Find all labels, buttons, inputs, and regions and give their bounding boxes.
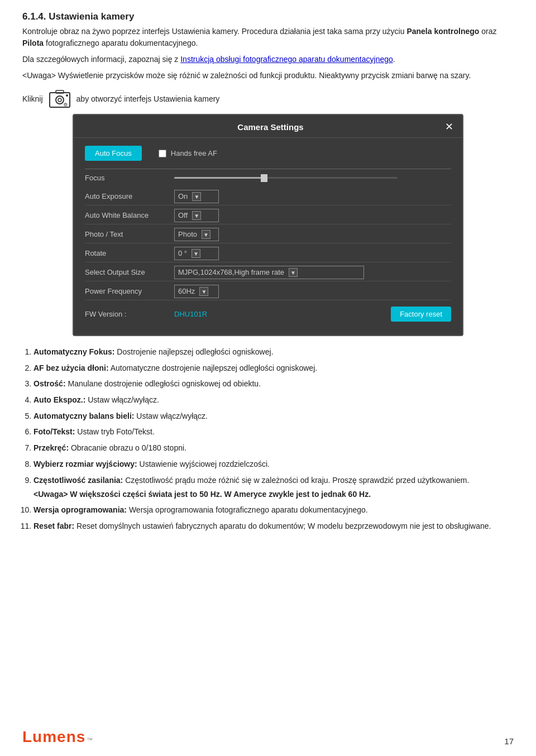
dialog-title: Camera Settings [96, 122, 445, 132]
list-item-3-text: Manulane dostrojenie odległości ogniskow… [66, 379, 261, 388]
list-item-5-bold: Automatyczny balans bieli: [34, 412, 134, 420]
note-paragraph: <Uwaga> Wyświetlenie przycisków może się… [22, 70, 514, 82]
label-auto-white-balance: Auto White Balance [85, 208, 174, 223]
list-item-6-bold: Foto/Tekst: [34, 427, 75, 436]
page-footer: Lumens™ 17 [0, 728, 536, 746]
dropdown-rotate[interactable]: 0 ° ▼ [174, 247, 219, 260]
dialog-close-button[interactable]: ✕ [445, 121, 453, 133]
camera-settings-icon [49, 89, 71, 108]
svg-point-4 [66, 94, 68, 97]
list-item-6-text: Ustaw tryb Foto/Tekst. [75, 427, 154, 436]
list-item-9-subnote: <Uwaga> W większości części świata jest … [34, 489, 514, 500]
svg-rect-9 [66, 104, 67, 105]
list-item-5-text: Ustaw włącz/wyłącz. [134, 412, 207, 420]
handsfree-checkbox[interactable] [159, 150, 166, 157]
list-item-8-bold: Wybierz rozmiar wyjściowy: [34, 460, 137, 468]
focus-slider-container [174, 177, 451, 179]
dialog-titlebar: Camera Settings ✕ [74, 115, 462, 138]
list-item-2-bold: AF bez użycia dłoni: [34, 363, 109, 372]
label-output-size: Select Output Size [85, 265, 174, 280]
list-item-9-bold: Częstotliwość zasilania: [34, 476, 123, 485]
lumens-logo-tm: ™ [87, 736, 93, 743]
list-item-11-text: Reset domyślnych ustawień fabrycznych ap… [74, 521, 491, 530]
page-content: 6.1.4. Ustawienia kamery Kontroluje obra… [0, 0, 536, 570]
svg-point-1 [56, 96, 64, 104]
settings-row-output-size: Select Output Size MJPG,1024x768,High fr… [85, 264, 451, 281]
list-item-7: Przekręć: Obracanie obrazu o 0/180 stopn… [34, 442, 514, 454]
dropdown-auto-white-balance[interactable]: Off ▼ [174, 209, 219, 222]
value-power-freq: 60Hz ▼ [174, 285, 451, 298]
dropdown-photo-text-value: Photo [178, 230, 197, 238]
fw-version-label: FW Version : [85, 310, 174, 318]
list-item-9-subnote-bold: <Uwaga> W większości części świata jest … [34, 490, 371, 499]
settings-rows: Auto Exposure On ▼ Auto White Balance Of… [85, 188, 451, 300]
intro-bold-2: Pilota [22, 39, 44, 47]
list-item-4-text: Ustaw włącz/wyłącz. [85, 395, 159, 404]
dropdown-photo-text[interactable]: Photo ▼ [174, 228, 219, 241]
list-item-3-bold: Ostrość: [34, 379, 66, 388]
label-rotate: Rotate [85, 246, 174, 261]
value-photo-text: Photo ▼ [174, 228, 451, 241]
settings-row-power-freq: Power Frequency 60Hz ▼ [85, 283, 451, 300]
page-number: 17 [504, 736, 514, 746]
focus-slider[interactable] [174, 177, 398, 179]
kliknij-text-after: aby otworzyć interfejs Ustawienia kamery [76, 94, 220, 103]
dropdown-rotate-arrow: ▼ [192, 249, 200, 258]
separator [85, 169, 451, 169]
list-item-8: Wybierz rozmiar wyjściowy: Ustawienie wy… [34, 458, 514, 471]
list-item-9-text: Częstotliwość prądu może różnić się w za… [123, 476, 469, 485]
svg-point-2 [58, 98, 61, 102]
svg-rect-6 [65, 103, 65, 103]
intro-text-3: fotograficznego aparatu dokumentacyjnego… [44, 39, 198, 47]
intro-text-2: oraz [479, 27, 496, 36]
label-auto-exposure: Auto Exposure [85, 189, 174, 204]
dropdown-power-freq-arrow: ▼ [199, 287, 208, 296]
detail-after: . [393, 55, 395, 64]
svg-rect-7 [65, 106, 65, 107]
label-photo-text: Photo / Text [85, 227, 174, 242]
settings-row-auto-exposure: Auto Exposure On ▼ [85, 188, 451, 205]
dropdown-output-size-value: MJPG,1024x768,High frame rate [178, 268, 284, 276]
list-item-11-bold: Reset fabr: [34, 521, 74, 530]
value-rotate: 0 ° ▼ [174, 247, 451, 260]
svg-rect-3 [56, 90, 64, 93]
lumens-logo-text: Lumens [22, 728, 85, 746]
list-item-9: Częstotliwość zasilania: Częstotliwość p… [34, 475, 514, 501]
dropdown-auto-exposure[interactable]: On ▼ [174, 190, 219, 203]
list-item-11: Reset fabr: Reset domyślnych ustawień fa… [34, 520, 514, 533]
list-item-2-text: Automatyczne dostrojenie najlepszej odle… [109, 363, 318, 372]
detail-link[interactable]: Instrukcją obsługi fotograficznego apara… [180, 55, 393, 64]
detail-paragraph: Dla szczegółowych informacji, zapoznaj s… [22, 54, 514, 65]
list-item-10: Wersja oprogramowania: Wersja oprogramow… [34, 504, 514, 516]
autofocus-button[interactable]: Auto Focus [85, 146, 142, 161]
dialog-top-row: Auto Focus Hands free AF [85, 146, 451, 161]
dropdown-power-freq-value: 60Hz [178, 287, 195, 295]
svg-rect-8 [64, 104, 64, 105]
value-auto-exposure: On ▼ [174, 190, 451, 203]
dropdown-auto-white-balance-value: Off [178, 211, 188, 219]
section-title: 6.1.4. Ustawienia kamery [22, 11, 514, 22]
list-item-1: Automatyczny Fokus: Dostrojenie najlepsz… [34, 346, 514, 358]
dropdown-auto-exposure-arrow: ▼ [192, 192, 201, 201]
value-output-size: MJPG,1024x768,High frame rate ▼ [174, 266, 451, 279]
value-auto-white-balance: Off ▼ [174, 209, 451, 222]
settings-row-photo-text: Photo / Text Photo ▼ [85, 226, 451, 243]
handsfree-label: Hands free AF [171, 149, 217, 157]
list-item-5: Automatyczny balans bieli: Ustaw włącz/w… [34, 410, 514, 423]
settings-row-rotate: Rotate 0 ° ▼ [85, 245, 451, 262]
camera-dialog: Camera Settings ✕ Auto Focus Hands free … [73, 114, 463, 336]
intro-bold-1: Panela kontrolnego [406, 27, 479, 36]
detail-before: Dla szczegółowych informacji, zapoznaj s… [22, 55, 180, 64]
focus-label: Focus [85, 174, 174, 182]
list-item-7-text: Obracanie obrazu o 0/180 stopni. [69, 443, 186, 452]
dropdown-output-size[interactable]: MJPG,1024x768,High frame rate ▼ [174, 266, 364, 279]
lumens-logo: Lumens™ [22, 728, 93, 746]
dropdown-power-freq[interactable]: 60Hz ▼ [174, 285, 219, 298]
list-item-10-bold: Wersja oprogramowania: [34, 505, 127, 514]
dropdown-photo-text-arrow: ▼ [202, 230, 210, 239]
intro-text-1: Kontroluje obraz na żywo poprzez interfe… [22, 27, 406, 36]
list-item-4: Auto Ekspoz.: Ustaw włącz/wyłącz. [34, 394, 514, 406]
list-item-8-text: Ustawienie wyjściowej rozdzielczości. [137, 460, 270, 468]
factory-reset-button[interactable]: Factory reset [391, 307, 451, 322]
kliknij-row: Kliknij aby otworzyć interfejs Ustawieni… [22, 89, 514, 108]
